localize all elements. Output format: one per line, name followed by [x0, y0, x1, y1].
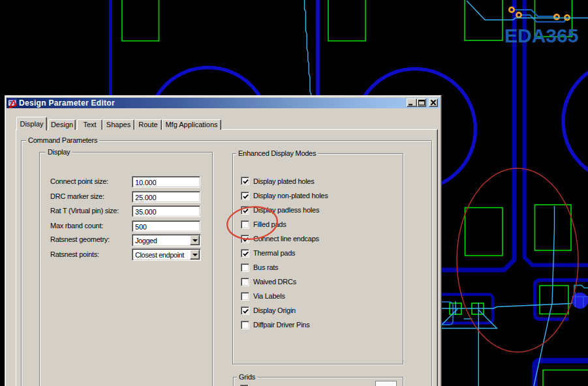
- svg-text:EDA365: EDA365: [504, 25, 578, 46]
